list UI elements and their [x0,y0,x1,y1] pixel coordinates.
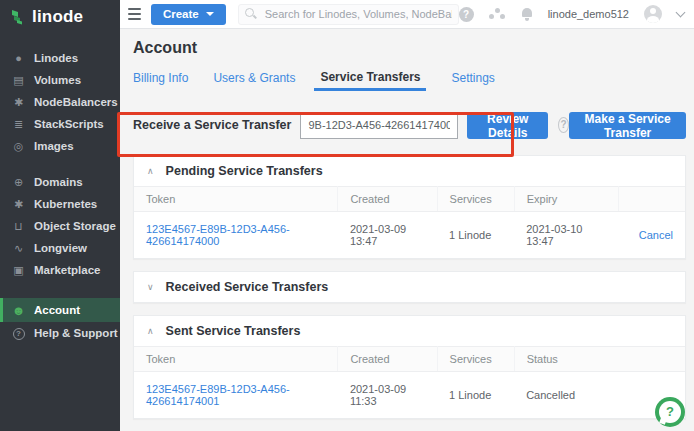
linode-logo-icon [10,9,26,25]
topbar-actions: ? linode_demo512 [459,5,694,23]
transfer-token-link[interactable]: 123E4567-E89B-12D3-A456-426614174000 [146,223,290,247]
nav-group-divider [0,157,120,171]
sidebar-item-nodebalancers[interactable]: ✱ NodeBalancers [0,91,120,113]
table-row: 123E4567-E89B-12D3-A456-426614174001 202… [134,372,685,419]
sidebar-item-object-storage[interactable]: ⊔ Object Storage [0,215,120,237]
tab-billing-info[interactable]: Billing Info [133,71,188,91]
transfer-token-link[interactable]: 123E4567-E89B-12D3-A456-426614174001 [146,383,290,407]
created-cell: 2021-03-09 11:33 [338,372,437,419]
sidebar-item-label: Kubernetes [34,198,97,210]
cancel-link[interactable]: Cancel [639,229,673,241]
main-content: Account Billing Info Users & Grants Serv… [120,29,694,431]
help-icon[interactable]: ? [558,117,569,133]
sidebar-item-account[interactable]: ☻ Account [0,298,120,322]
column-header-created: Created [338,187,437,212]
expand-icon: ∨ [147,282,154,292]
page-title: Account [133,39,686,57]
chevron-down-icon [206,12,214,16]
sidebar-item-label: Longview [34,242,87,254]
services-cell: 1 Linode [437,372,514,419]
help-chat-button[interactable]: ? [655,397,685,427]
question-mark-icon: ? [659,401,681,423]
notifications-bell-icon[interactable] [521,8,533,21]
sidebar-item-label: Help & Support [34,327,118,339]
transfer-token-input[interactable] [300,112,458,139]
search-box[interactable] [238,4,459,25]
help-icon: ? [11,327,26,340]
expiry-cell: 2021-03-10 13:47 [514,212,619,259]
volumes-icon: ▤ [11,75,26,86]
receive-transfer-row: Receive a Service Transfer Review Detail… [133,110,686,140]
column-header-created: Created [338,347,437,372]
sidebar-item-label: Account [34,304,80,316]
sent-transfers-header[interactable]: ∧ Sent Service Transfers [134,316,685,346]
receive-transfer-label: Receive a Service Transfer [133,118,291,132]
object-storage-icon: ⊔ [11,221,26,232]
stackscripts-icon: ≣ [11,119,26,130]
marketplace-icon: ▣ [11,265,26,276]
sidebar-item-label: Volumes [34,74,81,86]
sidebar-item-marketplace[interactable]: ▣ Marketplace [0,259,120,281]
sidebar-item-volumes[interactable]: ▤ Volumes [0,69,120,91]
nodebalancers-icon: ✱ [11,97,26,108]
column-header-actions [619,187,685,212]
chevron-down-icon[interactable] [676,7,686,17]
topbar: Create ? linode_demo512 [120,0,694,29]
sidebar-item-help-support[interactable]: ? Help & Support [0,322,120,344]
search-icon [245,8,257,20]
tab-settings[interactable]: Settings [451,71,494,91]
collapse-icon: ∧ [147,166,154,176]
sent-transfers-table: Token Created Services Status 123E4567-E… [134,346,685,418]
sidebar-item-stackscripts[interactable]: ≣ StackScripts [0,113,120,135]
kubernetes-icon: ✱ [11,199,26,210]
column-header-services: Services [437,187,514,212]
section-title: Pending Service Transfers [166,164,323,178]
tab-service-transfers[interactable]: Service Transfers [314,70,426,91]
sidebar-item-images[interactable]: ◎ Images [0,135,120,157]
avatar[interactable] [644,5,662,23]
sidebar-item-longview[interactable]: ∿ Longview [0,237,120,259]
username: linode_demo512 [548,8,629,20]
search-input[interactable] [265,8,452,20]
linode-cloud-manager: linode ● Linodes ▤ Volumes ✱ NodeBalance… [0,0,694,431]
tab-users-grants[interactable]: Users & Grants [213,71,295,91]
section-title: Sent Service Transfers [166,324,301,338]
create-button[interactable]: Create [151,4,226,25]
created-cell: 2021-03-09 13:47 [338,212,437,259]
menu-icon[interactable] [128,5,141,23]
sidebar-item-label: Domains [34,176,83,188]
sidebar: linode ● Linodes ▤ Volumes ✱ NodeBalance… [0,0,120,431]
sidebar-item-linodes[interactable]: ● Linodes [0,47,120,69]
received-transfers-card: ∨ Received Service Transfers [133,271,686,303]
column-header-status: Status [514,347,685,372]
sidebar-item-label: Linodes [34,52,78,64]
column-header-token: Token [134,347,338,372]
pending-transfers-header[interactable]: ∧ Pending Service Transfers [134,156,685,186]
sidebar-item-label: Marketplace [34,264,100,276]
sidebar-item-kubernetes[interactable]: ✱ Kubernetes [0,193,120,215]
sidebar-item-label: NodeBalancers [34,96,118,108]
review-details-button[interactable]: Review Details [467,112,548,139]
sent-transfers-card: ∧ Sent Service Transfers Token Created S… [133,315,686,419]
community-icon[interactable] [489,8,506,20]
make-service-transfer-button[interactable]: Make a Service Transfer [569,112,686,139]
account-icon: ☻ [11,304,26,317]
sidebar-nav: ● Linodes ▤ Volumes ✱ NodeBalancers ≣ St… [0,47,120,344]
column-header-services: Services [437,347,514,372]
collapse-icon: ∧ [147,326,154,336]
domains-icon: ⊕ [11,177,26,188]
images-icon: ◎ [11,141,26,152]
sidebar-item-label: Images [34,140,74,152]
section-title: Received Service Transfers [166,280,329,294]
received-transfers-header[interactable]: ∨ Received Service Transfers [134,272,685,302]
nav-group-divider [0,281,120,298]
pending-transfers-table: Token Created Services Expiry 123E4567-E… [134,186,685,258]
services-cell: 1 Linode [437,212,514,259]
linode-logo[interactable]: linode [0,0,120,33]
sidebar-item-domains[interactable]: ⊕ Domains [0,171,120,193]
linode-icon: ● [11,53,26,64]
pending-transfers-card: ∧ Pending Service Transfers Token Create… [133,155,686,259]
column-header-expiry: Expiry [514,187,619,212]
help-icon[interactable]: ? [459,7,474,22]
column-header-token: Token [134,187,338,212]
